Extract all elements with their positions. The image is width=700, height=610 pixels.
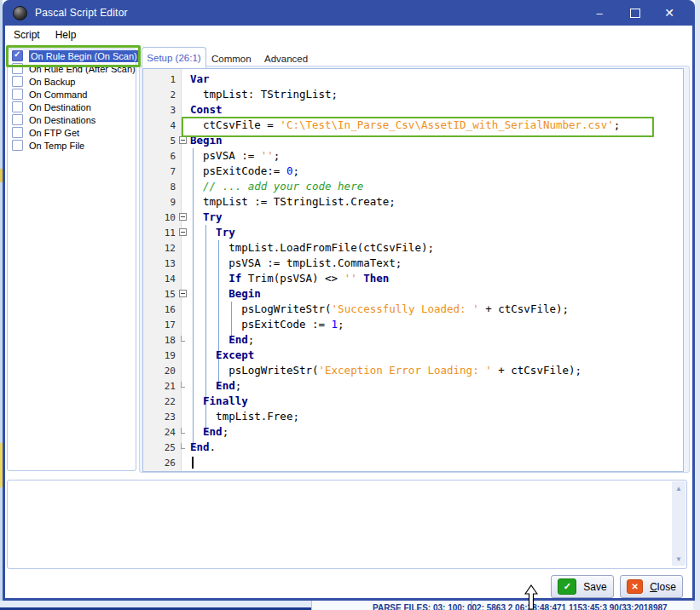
code-line[interactable]: 4 ctCsvFile = 'C:\Test\In_Parse_Csv\Asse… <box>143 118 683 133</box>
fold-gutter <box>178 179 190 194</box>
code-text: psVSA := ''; <box>190 148 280 164</box>
output-panel[interactable]: ▲ ▼ <box>7 480 687 569</box>
fold-collapse-icon[interactable] <box>178 133 190 148</box>
checkbox-icon[interactable] <box>12 63 23 74</box>
scroll-down-icon[interactable]: ▼ <box>672 552 686 566</box>
fold-minus-box[interactable] <box>179 228 187 236</box>
code-line[interactable]: 16 psLogWriteStr('Successfully Loaded: '… <box>143 302 683 317</box>
sidebar-item[interactable]: On Destination <box>8 101 136 113</box>
code-text: End; <box>190 332 254 348</box>
code-line[interactable]: 24 End; <box>143 424 683 440</box>
text-caret <box>192 457 194 469</box>
checkbox-icon[interactable] <box>12 140 23 151</box>
fold-collapse-icon[interactable] <box>178 286 190 302</box>
sidebar-item[interactable]: On Command <box>8 88 136 101</box>
code-text: Except <box>190 348 254 363</box>
line-number: 20 <box>143 365 178 377</box>
checkbox-icon[interactable] <box>12 89 23 100</box>
minimize-button[interactable]: – <box>590 5 609 20</box>
code-line[interactable]: 23 tmpList.Free; <box>143 409 683 424</box>
code-line[interactable]: 14 If Trim(psVSA) <> '' Then <box>143 271 683 286</box>
code-editor[interactable]: 1Var2 tmpList: TStringList;3Const4 ctCsv… <box>142 68 684 472</box>
checkbox-icon[interactable] <box>12 76 23 87</box>
tab-common[interactable]: Common <box>211 50 252 66</box>
line-number: 2 <box>143 89 178 101</box>
line-number: 23 <box>143 411 178 423</box>
fold-gutter <box>178 102 190 118</box>
checkbox-checked-icon[interactable] <box>12 50 23 61</box>
code-line[interactable]: 6 psVSA := ''; <box>143 148 683 164</box>
fold-gutter <box>178 148 190 164</box>
tab-setup[interactable]: Setup (26:1) <box>142 47 206 68</box>
menu-help[interactable]: Help <box>49 27 84 43</box>
code-line[interactable]: 19 Except <box>143 348 683 363</box>
sidebar-item-label: On Destination <box>29 102 91 112</box>
sidebar-item[interactable]: On Temp File <box>8 139 136 152</box>
scroll-up-icon[interactable]: ▲ <box>672 481 686 495</box>
fold-collapse-icon[interactable] <box>178 210 190 225</box>
sidebar-item[interactable]: On FTP Get <box>8 126 136 139</box>
code-line[interactable]: 9 tmpList := TStringList.Create; <box>143 194 683 210</box>
sidebar-item[interactable]: On Backup <box>8 75 136 88</box>
tab-advanced[interactable]: Advanced <box>264 50 308 66</box>
maximize-button[interactable] <box>626 5 645 20</box>
fold-minus-box[interactable] <box>179 290 187 297</box>
code-line[interactable]: 20 psLogWriteStr('Exception Error Loadin… <box>143 363 683 378</box>
line-number: 21 <box>143 381 178 392</box>
fold-gutter <box>178 271 190 286</box>
fold-gutter <box>178 440 190 455</box>
code-line[interactable]: 18 End; <box>143 332 683 348</box>
output-scrollbar[interactable]: ▲ ▼ <box>672 481 686 566</box>
sidebar-item[interactable]: On Rule Begin (On Scan) <box>8 49 136 62</box>
code-text: Finally <box>190 394 248 409</box>
code-line[interactable]: 11 Try <box>143 225 683 240</box>
sidebar-item[interactable]: On Destinations <box>8 113 136 126</box>
fold-gutter <box>178 378 190 394</box>
code-text: psVSA := tmpList.CommaText; <box>190 256 402 271</box>
code-line[interactable]: 13 psVSA := tmpList.CommaText; <box>143 256 683 271</box>
code-line[interactable]: 8 // ... add your code here <box>143 179 683 194</box>
code-line[interactable]: 12 tmpList.LoadFromFile(ctCsvFile); <box>143 240 683 256</box>
code-line[interactable]: 7 psExitCode:= 0; <box>143 164 683 179</box>
line-number: 24 <box>143 427 178 438</box>
code-text: tmpList.LoadFromFile(ctCsvFile); <box>190 240 434 256</box>
code-line[interactable]: 21 End; <box>143 378 683 394</box>
maximize-icon <box>630 9 640 18</box>
code-line[interactable]: 1Var <box>143 72 683 87</box>
code-line[interactable]: 22 Finally <box>143 394 683 409</box>
fold-gutter <box>178 164 190 179</box>
fold-gutter <box>178 87 190 102</box>
script-event-list[interactable]: On Rule Begin (On Scan)On Rule End (Afte… <box>7 49 136 471</box>
sidebar-item-label: On FTP Get <box>29 128 79 138</box>
sidebar-item[interactable]: On Rule End (After Scan) <box>8 62 136 75</box>
fold-minus-box[interactable] <box>179 213 187 221</box>
checkbox-icon[interactable] <box>12 127 23 138</box>
checkbox-icon[interactable] <box>12 114 23 125</box>
fold-gutter <box>178 194 190 210</box>
fold-minus-box[interactable] <box>179 136 187 144</box>
line-number: 10 <box>143 212 178 223</box>
code-line[interactable]: 3Const <box>143 102 683 118</box>
titlebar[interactable]: Pascal Script Editor – ✕ <box>5 0 692 26</box>
code-text: Var <box>190 72 210 87</box>
code-line[interactable]: 15 Begin <box>143 286 683 302</box>
close-button[interactable]: ✕ Close <box>620 575 683 598</box>
mouse-cursor <box>524 584 538 610</box>
close-window-button[interactable]: ✕ <box>660 5 679 20</box>
line-number: 25 <box>143 442 178 453</box>
code-line[interactable]: 25End. <box>143 440 683 455</box>
fold-gutter <box>178 317 190 332</box>
save-button[interactable]: ✓ Save <box>551 575 614 598</box>
fold-collapse-icon[interactable] <box>178 225 190 240</box>
code-line[interactable]: 26 <box>143 455 683 470</box>
line-number: 18 <box>143 335 178 346</box>
code-line[interactable]: 2 tmpList: TStringList; <box>143 87 683 102</box>
line-number: 3 <box>143 105 178 116</box>
checkbox-icon[interactable] <box>12 101 23 112</box>
code-line[interactable]: 5Begin <box>143 133 683 148</box>
code-line[interactable]: 17 psExitCode := 1; <box>143 317 683 332</box>
menu-script[interactable]: Script <box>7 27 47 43</box>
code-text: Try <box>190 210 223 225</box>
code-text: End; <box>190 378 241 394</box>
code-line[interactable]: 10 Try <box>143 210 683 225</box>
